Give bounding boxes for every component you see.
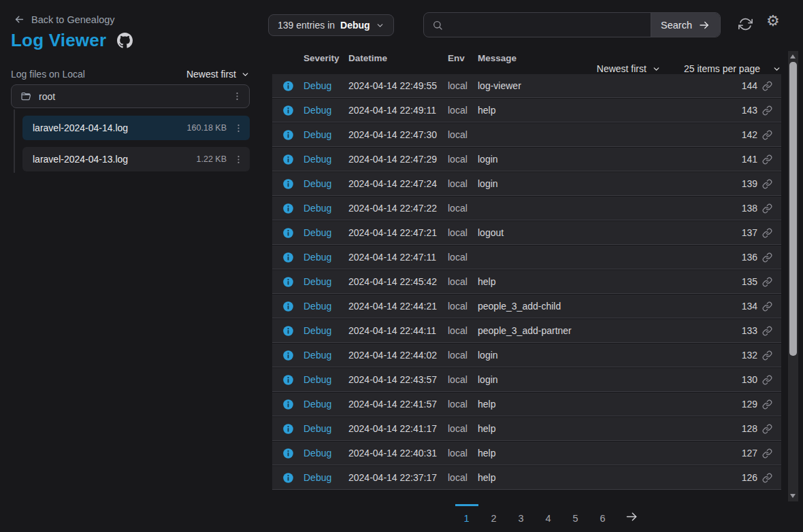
info-icon — [272, 448, 304, 459]
severity-label[interactable]: Debug — [304, 399, 348, 410]
log-entry-row[interactable]: Debug 2024-04-14 22:45:42 local help 135 — [272, 270, 781, 294]
scroll-up-arrow-icon[interactable] — [790, 54, 796, 59]
link-icon[interactable] — [762, 326, 781, 336]
entry-message: login — [478, 350, 721, 361]
vertical-scrollbar[interactable] — [788, 51, 798, 501]
per-page-dropdown[interactable]: 25 items per page — [684, 63, 781, 74]
entry-message: help — [478, 105, 721, 116]
entries-filter-dropdown[interactable]: 139 entries in Debug — [268, 14, 394, 36]
search-input[interactable] — [448, 20, 642, 31]
page-button[interactable]: 6 — [591, 504, 614, 524]
link-icon[interactable] — [762, 81, 781, 91]
log-entry-row[interactable]: Debug 2024-04-14 22:49:55 local log-view… — [272, 74, 781, 98]
log-entry-row[interactable]: Debug 2024-04-14 22:44:21 local people_3… — [272, 295, 781, 318]
link-icon[interactable] — [762, 473, 781, 483]
log-entry-row[interactable]: Debug 2024-04-14 22:44:02 local login 13… — [272, 344, 781, 367]
severity-label[interactable]: Debug — [304, 80, 348, 91]
info-icon — [272, 423, 304, 435]
page-button[interactable]: 4 — [537, 504, 560, 524]
settings-button[interactable]: ⚙ — [766, 14, 780, 29]
kebab-menu-icon[interactable] — [232, 91, 242, 101]
link-icon[interactable] — [762, 277, 781, 287]
link-icon[interactable] — [762, 448, 781, 459]
info-icon — [272, 325, 304, 337]
kebab-menu-icon[interactable] — [233, 154, 244, 165]
entry-index: 126 — [721, 472, 762, 483]
log-entry-row[interactable]: Debug 2024-04-14 22:47:30 local 142 — [272, 123, 781, 147]
page-button[interactable]: 2 — [482, 504, 506, 524]
github-icon[interactable] — [117, 33, 133, 48]
log-entry-row[interactable]: Debug 2024-04-14 22:49:11 local help 143 — [272, 99, 781, 122]
log-entry-row[interactable]: Debug 2024-04-14 22:47:24 local login 13… — [272, 172, 781, 196]
severity-label[interactable]: Debug — [304, 472, 348, 483]
scroll-down-arrow-icon[interactable] — [790, 494, 796, 498]
refresh-button[interactable] — [738, 17, 753, 31]
sidebar-folder-root[interactable]: root — [11, 84, 250, 108]
severity-label[interactable]: Debug — [304, 105, 348, 116]
link-icon[interactable] — [762, 179, 781, 189]
log-entry-row[interactable]: Debug 2024-04-14 22:47:11 local 136 — [272, 246, 781, 269]
link-icon[interactable] — [762, 399, 781, 410]
arrow-right-icon — [698, 19, 710, 31]
next-page-button[interactable] — [625, 504, 639, 524]
link-icon[interactable] — [762, 228, 781, 238]
severity-label[interactable]: Debug — [304, 448, 348, 459]
log-file-item[interactable]: laravel-2024-04-14.log 160.18 KB — [22, 116, 250, 140]
info-icon — [272, 399, 304, 410]
severity-label[interactable]: Debug — [304, 154, 348, 165]
log-entry-row[interactable]: Debug 2024-04-14 22:40:31 local help 127 — [272, 442, 781, 465]
entry-env: local — [448, 203, 478, 214]
severity-label[interactable]: Debug — [304, 252, 348, 263]
entries-count-label: 139 entries in — [278, 20, 335, 31]
back-link[interactable]: Back to Genealogy — [14, 14, 115, 25]
severity-label[interactable]: Debug — [304, 423, 348, 434]
entry-index: 138 — [721, 203, 762, 214]
link-icon[interactable] — [762, 350, 781, 361]
entry-env: local — [448, 448, 478, 459]
link-icon[interactable] — [762, 424, 781, 434]
severity-label[interactable]: Debug — [304, 350, 348, 361]
log-file-item[interactable]: laravel-2024-04-13.log 1.22 KB — [22, 147, 250, 171]
log-entry-row[interactable]: Debug 2024-04-14 22:41:17 local help 128 — [272, 417, 781, 441]
entry-env: local — [448, 276, 478, 287]
search-icon — [432, 20, 443, 31]
link-icon[interactable] — [762, 203, 781, 214]
kebab-menu-icon[interactable] — [233, 123, 244, 133]
severity-label[interactable]: Debug — [304, 374, 348, 385]
refresh-icon — [738, 17, 753, 31]
severity-label[interactable]: Debug — [304, 203, 348, 214]
log-entry-row[interactable]: Debug 2024-04-14 22:37:17 local help 126 — [272, 466, 781, 490]
back-label: Back to Genealogy — [31, 14, 115, 25]
page-button[interactable]: 3 — [510, 504, 533, 524]
link-icon[interactable] — [762, 252, 781, 263]
log-entry-row[interactable]: Debug 2024-04-14 22:47:29 local login 14… — [272, 148, 781, 171]
column-severity: Severity — [304, 53, 348, 63]
log-entry-row[interactable]: Debug 2024-04-14 22:47:21 local logout 1… — [272, 221, 781, 245]
severity-label[interactable]: Debug — [304, 276, 348, 287]
severity-label[interactable]: Debug — [304, 227, 348, 238]
chevron-down-icon — [376, 21, 384, 30]
link-icon[interactable] — [762, 301, 781, 312]
table-sort-dropdown[interactable]: Newest first — [597, 63, 661, 74]
log-entry-row[interactable]: Debug 2024-04-14 22:41:57 local help 129 — [272, 393, 781, 416]
folder-name: root — [39, 91, 55, 102]
severity-label[interactable]: Debug — [304, 178, 348, 189]
severity-label[interactable]: Debug — [304, 129, 348, 140]
page-button[interactable]: 5 — [564, 504, 587, 524]
files-sort-dropdown[interactable]: Newest first — [186, 69, 250, 80]
link-icon[interactable] — [762, 105, 781, 116]
severity-label[interactable]: Debug — [304, 301, 348, 312]
link-icon[interactable] — [762, 130, 781, 140]
link-icon[interactable] — [762, 154, 781, 165]
search-button[interactable]: Search — [651, 13, 720, 37]
log-entry-row[interactable]: Debug 2024-04-14 22:44:11 local people_3… — [272, 319, 781, 343]
log-entry-row[interactable]: Debug 2024-04-14 22:47:22 local 138 — [272, 197, 781, 220]
entry-env: local — [448, 472, 478, 483]
page-button[interactable]: 1 — [455, 504, 478, 524]
entry-datetime: 2024-04-14 22:40:31 — [348, 448, 448, 459]
severity-label[interactable]: Debug — [304, 325, 348, 336]
entry-message: login — [478, 178, 721, 189]
log-entry-row[interactable]: Debug 2024-04-14 22:43:57 local login 13… — [272, 368, 781, 392]
link-icon[interactable] — [762, 375, 781, 385]
scrollbar-thumb[interactable] — [789, 62, 797, 356]
